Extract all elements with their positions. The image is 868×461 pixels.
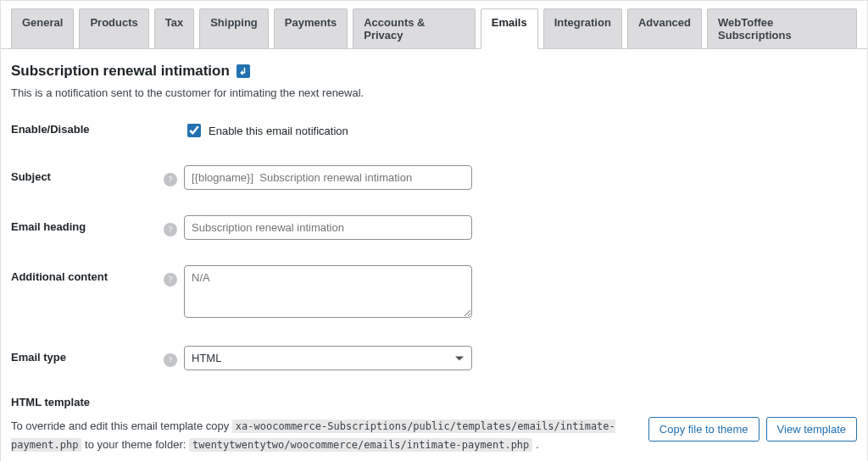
view-template-button[interactable]: View template <box>766 417 857 442</box>
enable-email-checkbox[interactable] <box>187 124 201 137</box>
tab-shipping[interactable]: Shipping <box>199 8 269 49</box>
enable-disable-label: Enable/Disable <box>11 118 164 136</box>
help-icon[interactable]: ? <box>164 273 177 286</box>
additional-content-label: Additional content <box>11 265 164 283</box>
email-type-select[interactable]: HTML <box>184 346 472 370</box>
email-heading-input[interactable] <box>184 215 472 240</box>
tab-webtoffee-subscriptions[interactable]: WebToffee Subscriptions <box>707 8 857 49</box>
tab-integration[interactable]: Integration <box>543 8 622 49</box>
additional-content-textarea[interactable] <box>184 265 472 318</box>
copy-file-button[interactable]: Copy file to theme <box>648 417 760 442</box>
template-dest-path: twentytwentytwo/woocommerce/emails/intim… <box>189 438 532 452</box>
tab-products[interactable]: Products <box>79 8 148 49</box>
return-icon[interactable]: ↲ <box>236 64 250 78</box>
tab-tax[interactable]: Tax <box>154 8 194 49</box>
page-description: This is a notification sent to the custo… <box>11 86 857 99</box>
html-template-heading: HTML template <box>11 396 857 408</box>
page-title-text: Subscription renewal intimation <box>11 63 230 80</box>
tab-accounts-privacy[interactable]: Accounts & Privacy <box>353 8 476 49</box>
help-icon[interactable]: ? <box>164 173 177 186</box>
email-heading-label: Email heading <box>11 215 164 233</box>
email-type-label: Email type <box>11 346 164 364</box>
subject-label: Subject <box>11 165 164 183</box>
tab-emails[interactable]: Emails <box>481 8 538 49</box>
tab-general[interactable]: General <box>11 8 74 49</box>
enable-email-checkbox-label: Enable this email notification <box>209 125 348 137</box>
template-override-note: To override and edit this email template… <box>11 417 632 454</box>
settings-tabs: General Products Tax Shipping Payments A… <box>1 1 867 49</box>
subject-input[interactable] <box>184 165 472 190</box>
help-icon[interactable]: ? <box>164 353 177 367</box>
tab-payments[interactable]: Payments <box>274 8 348 49</box>
page-title: Subscription renewal intimation ↲ <box>11 63 857 80</box>
help-icon[interactable]: ? <box>164 223 177 236</box>
tab-advanced[interactable]: Advanced <box>627 8 702 49</box>
